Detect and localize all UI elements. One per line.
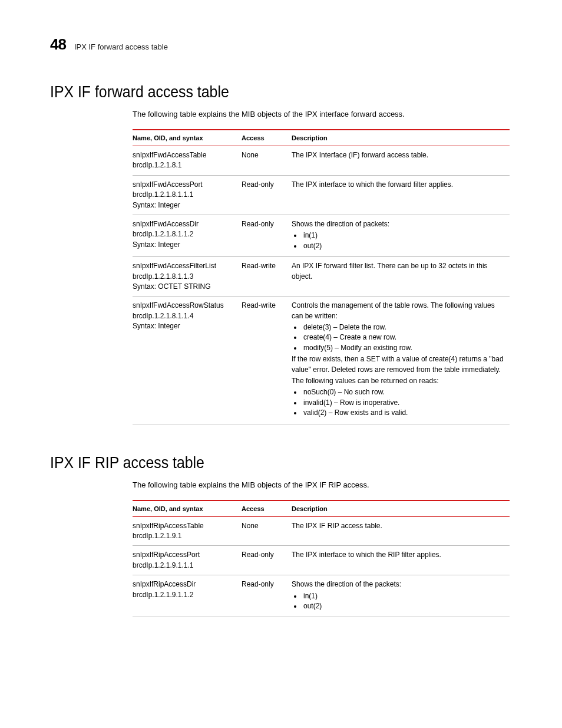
section2-intro: The following table explains the MIB obj…: [133, 480, 512, 489]
mib-name-line: snIpxIfFwdAccessRowStatus: [133, 301, 236, 311]
table-row: snIpxIfFwdAccessFilterListbrcdIp.1.2.1.8…: [133, 257, 510, 297]
access-value: Read-only: [242, 215, 292, 256]
mib-name-line: brcdIp.1.2.1.8.1.1.1: [133, 190, 236, 200]
col-header-description: Description: [292, 130, 501, 146]
description-cell: Controls the management of the table row…: [292, 297, 510, 424]
description-cell: Shows the direction of packets:in(1)out(…: [292, 215, 510, 256]
mib-name-line: snIpxIfFwdAccessTable: [133, 150, 236, 160]
col-header-description: Description: [292, 500, 501, 517]
mib-name-line: Syntax: Integer: [133, 321, 236, 331]
table-ipx-rip-access: Name, OID, and syntax Access Description…: [133, 500, 510, 618]
description-cell: The IPX Interface (IF) forward access ta…: [292, 146, 510, 176]
col-header-access: Access: [242, 130, 290, 146]
description-cell: The IPX interface to which the forward f…: [292, 175, 510, 215]
mib-name-line: brcdIp.1.2.1.8.1.1.4: [133, 311, 236, 321]
description-cell: An IPX IF forward filter list. There can…: [292, 257, 510, 297]
chapter-number: 48: [50, 35, 66, 54]
mib-name-line: brcdIp.1.2.1.8.1.1.2: [133, 229, 236, 239]
section-heading-1: IPX IF forward access table: [50, 83, 475, 101]
mib-name-line: snIpxIfRipAccessDir: [133, 579, 236, 589]
table-row: snIpxIfFwdAccessPortbrcdIp.1.2.1.8.1.1.1…: [133, 175, 510, 215]
table-row: snIpxIfRipAccessPortbrcdIp.1.2.1.9.1.1.1…: [133, 546, 510, 575]
mib-name-line: Syntax: Integer: [133, 240, 236, 250]
mib-name-line: brcdIp.1.2.1.8.1: [133, 160, 236, 170]
access-value: Read-write: [242, 257, 292, 297]
mib-name-line: snIpxIfFwdAccessPort: [133, 180, 236, 190]
running-title: IPX IF forward access table: [74, 42, 168, 51]
description-cell: Shows the direction of the packets:in(1)…: [292, 575, 510, 617]
table-row: snIpxIfFwdAccessDirbrcdIp.1.2.1.8.1.1.2S…: [133, 215, 510, 256]
access-value: Read-only: [242, 546, 292, 575]
table-ipx-fwd-access: Name, OID, and syntax Access Description…: [133, 129, 510, 424]
description-cell: The IPX IF RIP access table.: [292, 516, 510, 546]
mib-name-line: brcdIp.1.2.1.9.1.1.2: [133, 590, 236, 600]
access-value: Read-only: [242, 175, 292, 215]
page-header: 48 IPX IF forward access table: [50, 35, 512, 54]
table-row: snIpxIfRipAccessTablebrcdIp.1.2.1.9.1Non…: [133, 516, 510, 546]
table-row: snIpxIfFwdAccessRowStatusbrcdIp.1.2.1.8.…: [133, 297, 510, 424]
mib-name-line: snIpxIfRipAccessTable: [133, 521, 236, 531]
section-heading-2: IPX IF RIP access table: [50, 454, 475, 472]
mib-name-line: Syntax: OCTET STRING: [133, 282, 236, 292]
access-value: Read-only: [242, 575, 292, 617]
col-header-access: Access: [242, 500, 290, 517]
access-value: Read-write: [242, 297, 292, 424]
table-row: snIpxIfRipAccessDirbrcdIp.1.2.1.9.1.1.2R…: [133, 575, 510, 617]
mib-name-line: snIpxIfRipAccessPort: [133, 550, 236, 560]
access-value: None: [242, 516, 292, 546]
section1-intro: The following table explains the MIB obj…: [133, 110, 512, 118]
mib-name-line: snIpxIfFwdAccessDir: [133, 219, 236, 229]
mib-name-line: brcdIp.1.2.1.9.1: [133, 531, 236, 541]
description-cell: The IPX interface to which the RIP filte…: [292, 546, 510, 575]
col-header-name: Name, OID, and syntax: [133, 130, 237, 146]
col-header-name: Name, OID, and syntax: [133, 500, 237, 517]
access-value: None: [242, 146, 292, 176]
table-row: snIpxIfFwdAccessTablebrcdIp.1.2.1.8.1Non…: [133, 146, 510, 176]
mib-name-line: brcdIp.1.2.1.9.1.1.1: [133, 561, 236, 571]
mib-name-line: snIpxIfFwdAccessFilterList: [133, 261, 236, 271]
mib-name-line: brcdIp.1.2.1.8.1.1.3: [133, 272, 236, 282]
mib-name-line: Syntax: Integer: [133, 200, 236, 210]
